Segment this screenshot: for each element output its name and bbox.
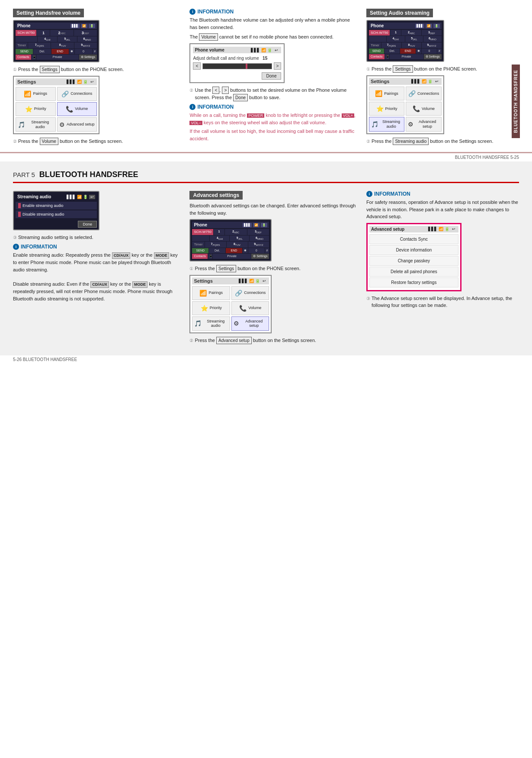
key-3: 3DEF bbox=[74, 30, 97, 36]
key-8: 8TUV bbox=[51, 42, 74, 48]
device-info-item[interactable]: Device information bbox=[369, 245, 458, 255]
settings-top-icons: ▋▋▋ 📶 🔋 ↩ bbox=[67, 80, 95, 84]
settings-screen-title: Settings bbox=[17, 79, 36, 84]
part-header: PART 5 BLUETOOTH HANDSFREE bbox=[13, 170, 519, 183]
step1-handsfree: ① Press the Settings button on the PHONE… bbox=[13, 66, 181, 73]
volume-icon: 📞 bbox=[66, 106, 73, 113]
star-key: ✱ bbox=[69, 49, 74, 54]
step2-advanced: ② Press the Advanced setup button on the… bbox=[189, 337, 357, 344]
advanced-intro: Bluetooth advanced settings can be chang… bbox=[189, 202, 357, 216]
streaming-btn[interactable]: 🎵 Streaming audio bbox=[16, 117, 56, 132]
change-passkey-item[interactable]: Change passkey bbox=[369, 256, 458, 266]
key-1-r: 1 bbox=[390, 30, 401, 35]
volume-done-btn[interactable]: Done bbox=[262, 72, 282, 80]
settings-phone-btn[interactable]: ⚙ Settings bbox=[79, 55, 97, 60]
section-header-handsfree: Setting Handsfree volume bbox=[13, 9, 84, 17]
volume-left-arrow[interactable]: < bbox=[193, 62, 201, 70]
key-2-r: 2ABC bbox=[401, 30, 421, 35]
advanced-btn-3[interactable]: ⚙ Advanced setup bbox=[231, 316, 269, 331]
volume-btn[interactable]: 📞 Volume bbox=[57, 102, 97, 116]
phone-icon-small: 📱 bbox=[32, 55, 36, 60]
volume-right-arrow[interactable]: > bbox=[274, 62, 282, 70]
connections-btn-2[interactable]: 🔗 Connections bbox=[406, 87, 442, 100]
phone-icons: ▋▋▋ 📶 🔋 bbox=[71, 24, 95, 28]
top-section: Setting Handsfree volume Phone ▋▋▋ 📶 🔋 S… bbox=[0, 0, 532, 153]
left-col-bottom: Streaming audio ▋▋▋ 📶 🔋 ↩ Enable streami… bbox=[13, 191, 181, 347]
pairings-btn[interactable]: 📶 Pairings bbox=[16, 87, 56, 101]
pairings-btn-3[interactable]: 📶 Pairings bbox=[192, 286, 230, 300]
streaming-btn-3[interactable]: 🎵 Streaming audio bbox=[192, 316, 230, 331]
zero-key: 0 bbox=[75, 49, 92, 54]
advanced-btn[interactable]: ⚙ Advanced setup bbox=[57, 117, 97, 132]
part-label: PART 5 bbox=[13, 171, 35, 178]
priority-btn[interactable]: ⭐ Priority bbox=[16, 102, 56, 116]
advanced-btn-2[interactable]: ⚙ Advanced setup bbox=[406, 117, 442, 132]
phone-screen-1: Phone ▋▋▋ 📶 🔋 SCH-W750 1 2ABC 3DEF 4GHI bbox=[13, 20, 99, 62]
connections-btn-3[interactable]: 🔗 Connections bbox=[231, 286, 269, 300]
page-footer-top: BLUETOOTH HANDSFREE 5-25 bbox=[0, 153, 532, 161]
settings-screen-3: Settings ▋▋▋ 📶 🔋 ↩ 📶 Pairings 🔗 bbox=[189, 275, 272, 334]
info-header-bottom-right: i INFORMATION bbox=[366, 191, 519, 197]
volume-top-icons: ▋▋▋ 📶 🔋 ↩ bbox=[251, 48, 279, 52]
send-btn: SEND bbox=[16, 49, 33, 54]
priority-btn-3[interactable]: ⭐ Priority bbox=[192, 301, 230, 315]
step1-advanced: ① Press the Settings button on the PHONE… bbox=[189, 265, 357, 272]
connections-btn[interactable]: 🔗 Connections bbox=[57, 87, 97, 101]
streaming-btn-2[interactable]: 🎵 Streaming audio bbox=[369, 117, 405, 132]
advanced-info-text: For safety reasons, operation of Advance… bbox=[366, 199, 519, 220]
info-header-bottom-left: i INFORMATION bbox=[13, 244, 181, 250]
settings-screen-2: Settings ▋▋▋ 📶 🔋 ↩ 📶 Pairings 🔗 bbox=[366, 75, 444, 134]
delete-paired-item[interactable]: Delete all paired phones bbox=[369, 267, 458, 277]
key-5: 5JKL bbox=[58, 36, 77, 42]
priority-btn-2[interactable]: ⭐ Priority bbox=[369, 102, 405, 116]
info-header-2: i INFORMATION bbox=[189, 104, 357, 110]
key-6: 6MNO bbox=[77, 36, 97, 42]
private-btn[interactable]: Private bbox=[36, 55, 79, 60]
section-header-advanced: Advanced settings bbox=[189, 191, 243, 200]
phone-model-2: SCH-W750 bbox=[369, 30, 390, 35]
contacts-sync-item[interactable]: Contacts Sync bbox=[369, 234, 458, 244]
signal-icon: ▋▋▋ bbox=[71, 24, 80, 28]
streaming-done-btn[interactable]: Done bbox=[78, 221, 97, 228]
spacer-1 bbox=[16, 36, 37, 42]
hash-key: # bbox=[93, 49, 97, 54]
key-1: 1 bbox=[37, 30, 50, 36]
step-use-volume: ② Use the <, > buttons to set the desire… bbox=[189, 87, 357, 101]
del-btn: Del. bbox=[33, 49, 51, 54]
enable-streaming-btn[interactable]: Enable streaming audio bbox=[16, 202, 97, 210]
key-9: 9WXYZ bbox=[74, 42, 97, 48]
wifi-icon: 📶 bbox=[81, 24, 87, 28]
phone-model: SCH-W750 bbox=[16, 30, 36, 36]
end-btn: END bbox=[51, 49, 69, 54]
phone-label-2: Phone bbox=[371, 23, 384, 28]
mid-col-top: i INFORMATION The Bluetooth handsfree vo… bbox=[189, 9, 357, 148]
connections-icon: 🔗 bbox=[61, 90, 69, 97]
volume-screen: Phone volume ▋▋▋ 📶 🔋 ↩ Adjust default ca… bbox=[189, 43, 285, 83]
key-4: 4GHI bbox=[38, 36, 57, 42]
settings-screen-1: Settings ▋▋▋ 📶 🔋 ↩ 📶 Pairings 🔗 bbox=[13, 76, 99, 135]
disable-streaming-btn[interactable]: Disable streaming audio bbox=[16, 210, 97, 218]
warning-text-1: While on a call, turning the POWER knob … bbox=[189, 112, 357, 126]
battery-icon: 🔋 bbox=[89, 24, 95, 28]
pairings-btn-2[interactable]: 📶 Pairings bbox=[369, 87, 405, 100]
info-text-1: The Bluetooth handsfree volume can be ad… bbox=[189, 16, 357, 31]
pairings-icon: 📶 bbox=[24, 90, 31, 97]
streaming-caption: ③ Streaming audio setting is selected. bbox=[13, 234, 181, 241]
volume-btn-3[interactable]: 📞 Volume bbox=[231, 301, 269, 315]
streaming-icon: 🎵 bbox=[18, 121, 25, 128]
streaming-screen: Streaming audio ▋▋▋ 📶 🔋 ↩ Enable streami… bbox=[13, 191, 99, 230]
key-3-r: 3DEF bbox=[422, 30, 442, 35]
right-col-bottom: i INFORMATION For safety reasons, operat… bbox=[366, 191, 519, 347]
contacts-btn[interactable]: Contacts bbox=[16, 55, 31, 60]
volume-btn-2[interactable]: 📞 Volume bbox=[406, 102, 442, 116]
restore-factory-item[interactable]: Restore factory settings bbox=[369, 277, 458, 287]
volume-slider[interactable] bbox=[202, 63, 272, 69]
section-header-audio: Setting Audio streaming bbox=[366, 9, 433, 17]
info-header-1: i INFORMATION bbox=[189, 9, 357, 15]
part-title: BLUETOOTH HANDSFREE bbox=[39, 170, 138, 179]
info-text-2: The Volume cannot be set if no mobile ph… bbox=[189, 33, 357, 41]
timer-label: Timer bbox=[16, 42, 28, 48]
mid-col-bottom: Advanced settings Bluetooth advanced set… bbox=[189, 191, 357, 347]
step2-handsfree: ② Press the Volume button on the Setting… bbox=[13, 138, 181, 145]
phone-screen-2: Phone ▋▋▋ 📶 🔋 SCH-W750 1 2ABC 3DEF 4GHI bbox=[366, 20, 444, 62]
